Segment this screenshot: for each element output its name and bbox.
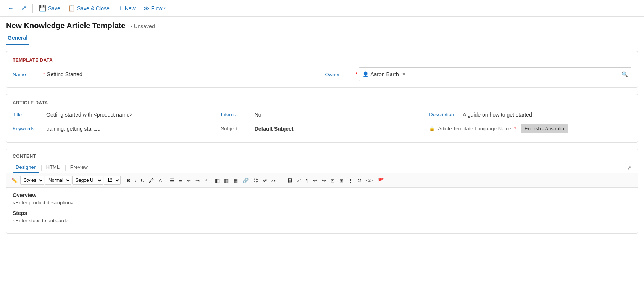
highlight-button[interactable]: 🖍 — [147, 176, 156, 184]
html-button[interactable]: </> — [364, 176, 375, 184]
save-close-label: Save & Close — [77, 5, 110, 11]
divider-1 — [32, 4, 33, 13]
flag-button[interactable]: 🚩 — [376, 176, 386, 184]
bold-button[interactable]: B — [125, 176, 132, 184]
editor-toolbar: ✏️ Styles Normal Segoe UI 12 B I U 🖍 A ☰… — [6, 173, 638, 188]
name-input[interactable] — [47, 70, 319, 79]
flow-dropdown-icon: ▾ — [164, 6, 166, 10]
page-title: New Knowledge Article Template — [6, 21, 125, 30]
editor-content[interactable]: Overview <Enter product description> Ste… — [6, 188, 638, 233]
bullet-list-button[interactable]: ☰ — [168, 176, 176, 184]
description-label: Description — [429, 110, 460, 117]
size-select[interactable]: 12 — [104, 176, 121, 185]
decrease-indent-button[interactable]: ⇤ — [185, 176, 193, 184]
keywords-value: training, getting started — [46, 124, 215, 132]
tab-general[interactable]: General — [6, 32, 29, 45]
superscript-button[interactable]: x² — [261, 176, 269, 184]
tab-designer[interactable]: Designer — [13, 162, 39, 173]
lang-label: Article Template Language Name — [438, 126, 511, 131]
subject-label: Subject — [221, 124, 252, 131]
language-field: 🔒 Article Template Language Name * Engli… — [429, 124, 631, 136]
italic-button[interactable]: I — [133, 176, 138, 184]
template-data-grid: Name * Owner * 👤 Aaron Barth ✕ 🔍 — [13, 67, 631, 81]
redo-button[interactable]: ↪ — [320, 176, 328, 184]
overview-heading: Overview — [13, 192, 631, 198]
sep-2 — [166, 177, 166, 184]
tab-preview[interactable]: Preview — [67, 162, 91, 173]
title-label: Title — [13, 110, 43, 117]
special-char-button[interactable]: Ω — [356, 176, 363, 184]
owner-input[interactable]: 👤 Aaron Barth ✕ 🔍 — [359, 67, 631, 81]
page-title-area: New Knowledge Article Template - Unsaved — [0, 17, 644, 32]
internal-field: Internal No — [221, 110, 423, 121]
align-left-button[interactable]: ◧ — [213, 176, 221, 184]
sep-3 — [211, 177, 211, 184]
owner-value: Aaron Barth — [370, 71, 399, 77]
align-center-button[interactable]: ▥ — [222, 176, 231, 184]
flow-button[interactable]: ≫ Flow ▾ — [140, 3, 169, 13]
steps-placeholder: <Enter steps to onboard> — [13, 218, 631, 223]
article-data-title: ARTICLE DATA — [13, 100, 631, 106]
template-data-section: TEMPLATE DATA Name * Owner * 👤 Aaron Bar… — [6, 51, 638, 88]
internal-value: No — [255, 110, 423, 118]
steps-heading: Steps — [13, 210, 631, 216]
new-icon: ＋ — [117, 4, 123, 12]
title-value: Getting started with <product name> — [46, 110, 215, 118]
description-value: A guide on how to get started. — [463, 110, 631, 118]
align-right-button[interactable]: ▦ — [231, 176, 240, 184]
expand-icon[interactable]: ⤢ — [627, 165, 631, 171]
font-color-button[interactable]: A — [157, 176, 164, 184]
description-field: Description A guide on how to get starte… — [429, 110, 631, 121]
underline-button[interactable]: U — [139, 176, 146, 184]
font-select[interactable]: Segoe UI — [72, 176, 103, 185]
quote-button[interactable]: ❝ — [202, 176, 209, 184]
content-header: CONTENT — [6, 149, 638, 159]
main-toolbar: ← ⤢ 💾 Save 📋 Save & Close ＋ New ≫ Flow ▾ — [0, 0, 644, 17]
name-field-group: Name * — [13, 70, 319, 79]
name-required: * — [43, 72, 45, 77]
rtl-button[interactable]: ⇄ — [295, 176, 303, 184]
lang-required: * — [514, 126, 516, 131]
save-button[interactable]: 💾 Save — [36, 3, 63, 13]
edit-mode-btn[interactable]: ✏️ — [10, 176, 19, 184]
numbered-list-button[interactable]: ≡ — [177, 176, 184, 184]
save-icon: 💾 — [39, 5, 47, 12]
title-field: Title Getting started with <product name… — [13, 110, 215, 121]
page-tabs: General — [0, 32, 644, 45]
increase-indent-button[interactable]: ⇥ — [194, 176, 202, 184]
strikethrough-button[interactable]: ⁻ — [278, 176, 285, 184]
back-icon: ← — [8, 5, 14, 12]
save-close-icon: 📋 — [68, 5, 76, 12]
owner-search-icon[interactable]: 🔍 — [621, 71, 628, 77]
table-button[interactable]: ⊞ — [337, 176, 345, 184]
owner-required: * — [356, 72, 358, 77]
owner-remove-icon[interactable]: ✕ — [402, 72, 406, 77]
undo-button[interactable]: ↩ — [311, 176, 319, 184]
format-select[interactable]: Normal — [45, 176, 71, 185]
content-section: CONTENT Designer | HTML | Preview ⤢ ✏️ S… — [6, 149, 638, 234]
lock-icon: 🔒 — [429, 126, 435, 131]
owner-field-group: Owner * 👤 Aaron Barth ✕ 🔍 — [325, 67, 632, 81]
save-label: Save — [48, 5, 60, 11]
new-button[interactable]: ＋ New — [114, 3, 139, 14]
tab-sep-1: | — [40, 165, 43, 171]
popout-icon: ⤢ — [21, 5, 26, 12]
overview-placeholder: <Enter product description> — [13, 200, 631, 205]
name-label: Name — [13, 72, 43, 77]
tab-sep-2: | — [64, 165, 67, 171]
para-button[interactable]: ¶ — [304, 176, 310, 184]
person-icon: 👤 — [362, 71, 369, 77]
unlink-button[interactable]: ⛓ — [251, 176, 260, 184]
link-button[interactable]: 🔗 — [240, 176, 250, 184]
image-button[interactable]: 🖼 — [286, 176, 294, 184]
tab-html[interactable]: HTML — [43, 162, 63, 173]
back-button[interactable]: ← — [5, 3, 17, 13]
popout-button[interactable]: ⤢ — [18, 3, 29, 13]
source-button[interactable]: ⊡ — [329, 176, 337, 184]
sep-1 — [123, 177, 123, 184]
unsaved-indicator: - Unsaved — [131, 23, 155, 29]
subscript-button[interactable]: x₂ — [270, 176, 278, 184]
styles-select[interactable]: Styles — [20, 176, 44, 185]
bullet2-button[interactable]: ⋮ — [346, 176, 355, 184]
save-close-button[interactable]: 📋 Save & Close — [65, 3, 113, 13]
